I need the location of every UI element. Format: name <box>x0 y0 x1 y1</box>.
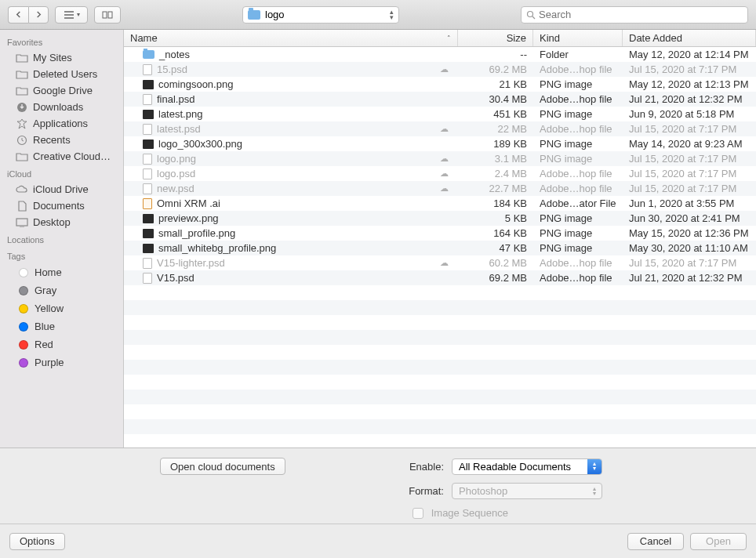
search-box[interactable] <box>521 6 748 24</box>
file-size: 2.4 MB <box>458 168 533 179</box>
sidebar-item[interactable]: Applications <box>0 115 123 132</box>
file-date: Jul 15, 2020 at 7:17 PM <box>623 153 756 165</box>
tag-item[interactable]: Blue <box>0 317 123 335</box>
file-kind: PNG image <box>533 242 623 254</box>
file-row[interactable]: small_whitebg_profile.png47 KBPNG imageM… <box>124 241 756 255</box>
search-input[interactable] <box>539 9 743 20</box>
file-date: May 15, 2020 at 12:36 PM <box>623 227 756 239</box>
column-headers: Name˄ Size Kind Date Added <box>124 30 756 47</box>
file-row: 15.psd☁69.2 MBAdobe…hop fileJul 15, 2020… <box>124 62 756 77</box>
back-button[interactable] <box>8 6 28 24</box>
file-row[interactable]: comingsoon.png21 KBPNG imageMay 12, 2020… <box>124 77 756 92</box>
view-mode-button[interactable]: ▾ <box>55 6 88 24</box>
file-kind: Adobe…hop file <box>533 123 623 135</box>
open-cloud-button[interactable]: Open cloud documents <box>160 458 285 475</box>
file-row[interactable]: V15.psd69.2 MBAdobe…hop fileJul 21, 2020… <box>124 270 756 285</box>
sidebar-item[interactable]: Desktop <box>0 214 123 230</box>
file-row[interactable]: small_profile.png164 KBPNG imageMay 15, … <box>124 226 756 241</box>
sort-caret-icon: ˄ <box>447 34 451 42</box>
tag-dot-icon <box>19 268 28 277</box>
forward-button[interactable] <box>28 6 49 24</box>
empty-row <box>124 300 756 315</box>
apps-icon <box>16 118 28 129</box>
file-size: 69.2 MB <box>458 272 533 284</box>
empty-row <box>124 375 756 390</box>
file-date: Jul 15, 2020 at 7:17 PM <box>623 257 756 269</box>
file-date: Jul 15, 2020 at 7:17 PM <box>623 63 756 75</box>
tag-dot-icon <box>19 286 28 295</box>
file-date: Jul 15, 2020 at 7:17 PM <box>623 168 756 179</box>
sidebar-item-label: Creative Cloud… <box>33 150 111 162</box>
file-date: Jun 9, 2020 at 5:18 PM <box>623 108 756 120</box>
file-row[interactable]: _notes--FolderMay 12, 2020 at 12:14 PM <box>124 47 756 62</box>
file-icon <box>143 154 152 165</box>
enable-select[interactable]: All Readable Documents ▴▾ <box>452 458 602 475</box>
file-row[interactable]: Omni XRM .ai184 KBAdobe…ator FileJun 1, … <box>124 196 756 211</box>
sidebar-item-label: Desktop <box>33 216 71 228</box>
sidebar-item[interactable]: Documents <box>0 197 123 214</box>
sidebar-item[interactable]: Downloads <box>0 99 123 115</box>
open-button: Open <box>690 533 747 550</box>
format-select: Photoshop ▴▾ <box>452 483 602 499</box>
folder-icon <box>16 70 28 79</box>
footer: Options Cancel Open <box>0 524 756 558</box>
file-icon <box>143 94 152 105</box>
col-date[interactable]: Date Added <box>623 30 756 46</box>
file-size: 5 KB <box>458 212 533 224</box>
sidebar-item[interactable]: Deleted Users <box>0 66 123 82</box>
col-size[interactable]: Size <box>458 30 533 46</box>
svg-rect-5 <box>16 219 27 226</box>
tag-item[interactable]: Gray <box>0 281 123 299</box>
tag-dot-icon <box>19 322 28 332</box>
file-date: Jul 21, 2020 at 12:32 PM <box>623 93 756 105</box>
col-kind[interactable]: Kind <box>533 30 623 46</box>
file-row[interactable]: logo_300x300.png189 KBPNG imageMay 14, 2… <box>124 136 756 151</box>
file-kind: Adobe…hop file <box>533 93 623 105</box>
sidebar-item[interactable]: My Sites <box>0 49 123 66</box>
file-row[interactable]: latest.png451 KBPNG imageJun 9, 2020 at … <box>124 107 756 121</box>
file-size: 164 KB <box>458 227 533 239</box>
file-icon <box>143 80 154 89</box>
col-name[interactable]: Name˄ <box>124 30 458 46</box>
options-button[interactable]: Options <box>9 533 65 550</box>
sidebar-item[interactable]: iCloud Drive <box>0 181 123 197</box>
tag-label: Home <box>35 266 62 278</box>
file-icon <box>143 258 152 269</box>
file-size: 189 KB <box>458 138 533 150</box>
cloud-icon: ☁ <box>440 258 449 268</box>
group-button[interactable] <box>94 6 121 24</box>
file-icon <box>143 214 154 223</box>
sidebar-item[interactable]: Google Drive <box>0 82 123 99</box>
tag-item[interactable]: Home <box>0 263 123 281</box>
tag-item[interactable]: Purple <box>0 353 123 371</box>
cancel-button[interactable]: Cancel <box>627 533 684 550</box>
empty-row <box>124 315 756 330</box>
file-name: logo.psd <box>157 168 195 179</box>
sidebar-item-label: Google Drive <box>33 85 93 96</box>
format-label: Format: <box>402 485 444 497</box>
sidebar-item[interactable]: Creative Cloud… <box>0 148 123 165</box>
file-row[interactable]: previewx.png5 KBPNG imageJun 30, 2020 at… <box>124 211 756 226</box>
sidebar-header: Favorites <box>0 33 123 49</box>
path-popup[interactable]: logo ▴▾ <box>242 6 399 24</box>
cloud-icon: ☁ <box>440 168 449 179</box>
file-size: 60.2 MB <box>458 257 533 269</box>
folder-icon <box>16 152 28 161</box>
sidebar: FavoritesMy SitesDeleted UsersGoogle Dri… <box>0 30 124 447</box>
tag-item[interactable]: Red <box>0 335 123 353</box>
file-kind: Adobe…hop file <box>533 183 623 194</box>
path-label: logo <box>265 9 285 20</box>
sidebar-item-label: iCloud Drive <box>33 183 89 195</box>
file-row[interactable]: final.psd30.4 MBAdobe…hop fileJul 21, 20… <box>124 92 756 107</box>
sidebar-header: Tags <box>0 247 123 263</box>
cloud-icon: ☁ <box>440 154 449 164</box>
clock-icon <box>16 135 28 146</box>
file-row: new.psd☁22.7 MBAdobe…hop fileJul 15, 202… <box>124 181 756 196</box>
empty-row <box>124 419 756 434</box>
sidebar-item-label: Applications <box>33 118 88 129</box>
file-name: latest.png <box>158 108 202 120</box>
tag-item[interactable]: Yellow <box>0 299 123 317</box>
sidebar-item[interactable]: Recents <box>0 132 123 148</box>
file-name: Omni XRM .ai <box>157 197 220 209</box>
desktop-icon <box>16 218 28 227</box>
